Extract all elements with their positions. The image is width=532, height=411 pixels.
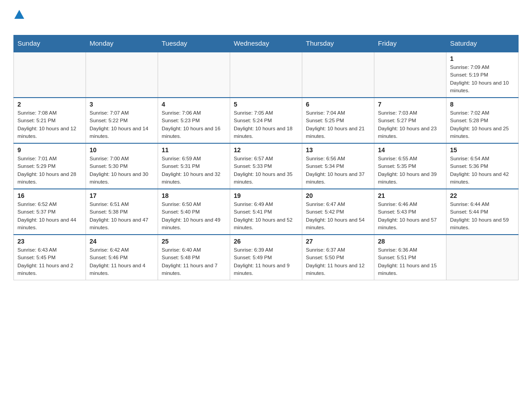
day-number: 19	[234, 192, 298, 199]
day-cell: 26Sunrise: 6:39 AMSunset: 5:49 PMDayligh…	[230, 235, 302, 280]
week-row-1: 1Sunrise: 7:09 AMSunset: 5:19 PMDaylight…	[14, 52, 519, 98]
day-cell: 5Sunrise: 7:05 AMSunset: 5:24 PMDaylight…	[230, 98, 302, 143]
day-info: Sunrise: 6:54 AMSunset: 5:36 PMDaylight:…	[450, 155, 515, 186]
day-info: Sunrise: 6:44 AMSunset: 5:44 PMDaylight:…	[450, 201, 515, 231]
week-row-5: 23Sunrise: 6:43 AMSunset: 5:45 PMDayligh…	[14, 235, 519, 280]
day-info: Sunrise: 6:51 AMSunset: 5:38 PMDaylight:…	[90, 201, 154, 231]
day-info: Sunrise: 7:03 AMSunset: 5:27 PMDaylight:…	[378, 109, 442, 140]
weekday-header-friday: Friday	[374, 35, 446, 52]
day-number: 15	[450, 146, 515, 154]
day-info: Sunrise: 6:43 AMSunset: 5:45 PMDaylight:…	[17, 246, 82, 277]
day-number: 6	[306, 101, 370, 108]
day-cell: 22Sunrise: 6:44 AMSunset: 5:44 PMDayligh…	[446, 189, 519, 235]
day-cell	[374, 52, 446, 98]
day-cell: 25Sunrise: 6:40 AMSunset: 5:48 PMDayligh…	[158, 235, 230, 280]
week-row-3: 9Sunrise: 7:01 AMSunset: 5:29 PMDaylight…	[14, 143, 519, 189]
day-number: 28	[378, 238, 442, 245]
day-cell: 1Sunrise: 7:09 AMSunset: 5:19 PMDaylight…	[446, 52, 519, 98]
day-number: 13	[306, 146, 370, 154]
day-cell: 19Sunrise: 6:49 AMSunset: 5:41 PMDayligh…	[230, 189, 302, 235]
day-cell	[302, 52, 374, 98]
day-info: Sunrise: 6:52 AMSunset: 5:37 PMDaylight:…	[17, 201, 82, 231]
weekday-header-monday: Monday	[86, 35, 158, 52]
day-cell: 12Sunrise: 6:57 AMSunset: 5:33 PMDayligh…	[230, 143, 302, 189]
week-row-4: 16Sunrise: 6:52 AMSunset: 5:37 PMDayligh…	[14, 189, 519, 235]
day-cell: 2Sunrise: 7:08 AMSunset: 5:21 PMDaylight…	[14, 98, 86, 143]
day-cell: 11Sunrise: 6:59 AMSunset: 5:31 PMDayligh…	[158, 143, 230, 189]
day-info: Sunrise: 6:49 AMSunset: 5:41 PMDaylight:…	[234, 201, 298, 231]
day-cell: 17Sunrise: 6:51 AMSunset: 5:38 PMDayligh…	[86, 189, 158, 235]
day-cell: 20Sunrise: 6:47 AMSunset: 5:42 PMDayligh…	[302, 189, 374, 235]
day-number: 10	[90, 146, 154, 154]
weekday-header-sunday: Sunday	[14, 35, 86, 52]
day-cell: 24Sunrise: 6:42 AMSunset: 5:46 PMDayligh…	[86, 235, 158, 280]
day-cell: 10Sunrise: 7:00 AMSunset: 5:30 PMDayligh…	[86, 143, 158, 189]
day-cell	[158, 52, 230, 98]
day-cell: 13Sunrise: 6:56 AMSunset: 5:34 PMDayligh…	[302, 143, 374, 189]
weekday-header-saturday: Saturday	[446, 35, 519, 52]
day-info: Sunrise: 7:08 AMSunset: 5:21 PMDaylight:…	[17, 109, 82, 140]
day-info: Sunrise: 7:07 AMSunset: 5:22 PMDaylight:…	[90, 109, 154, 140]
day-cell	[446, 235, 519, 280]
day-cell: 18Sunrise: 6:50 AMSunset: 5:40 PMDayligh…	[158, 189, 230, 235]
day-info: Sunrise: 6:50 AMSunset: 5:40 PMDaylight:…	[162, 201, 226, 231]
day-number: 4	[162, 101, 226, 108]
day-info: Sunrise: 6:55 AMSunset: 5:35 PMDaylight:…	[378, 155, 442, 186]
day-number: 21	[378, 192, 442, 199]
day-cell	[86, 52, 158, 98]
logo-arrow-icon	[14, 9, 24, 19]
day-number: 11	[162, 146, 226, 154]
day-info: Sunrise: 6:46 AMSunset: 5:43 PMDaylight:…	[378, 201, 442, 231]
day-number: 8	[450, 101, 515, 108]
day-info: Sunrise: 6:47 AMSunset: 5:42 PMDaylight:…	[306, 201, 370, 231]
week-row-2: 2Sunrise: 7:08 AMSunset: 5:21 PMDaylight…	[14, 98, 519, 143]
svg-marker-0	[14, 10, 24, 19]
day-cell: 7Sunrise: 7:03 AMSunset: 5:27 PMDaylight…	[374, 98, 446, 143]
day-number: 1	[450, 55, 515, 62]
day-number: 2	[17, 101, 82, 108]
day-info: Sunrise: 6:37 AMSunset: 5:50 PMDaylight:…	[306, 246, 370, 277]
day-cell: 14Sunrise: 6:55 AMSunset: 5:35 PMDayligh…	[374, 143, 446, 189]
day-cell: 8Sunrise: 7:02 AMSunset: 5:28 PMDaylight…	[446, 98, 519, 143]
day-info: Sunrise: 6:36 AMSunset: 5:51 PMDaylight:…	[378, 246, 442, 277]
day-cell: 3Sunrise: 7:07 AMSunset: 5:22 PMDaylight…	[86, 98, 158, 143]
day-info: Sunrise: 6:39 AMSunset: 5:49 PMDaylight:…	[234, 246, 298, 277]
day-info: Sunrise: 6:40 AMSunset: 5:48 PMDaylight:…	[162, 246, 226, 277]
day-cell: 15Sunrise: 6:54 AMSunset: 5:36 PMDayligh…	[446, 143, 519, 189]
day-cell: 27Sunrise: 6:37 AMSunset: 5:50 PMDayligh…	[302, 235, 374, 280]
day-info: Sunrise: 7:04 AMSunset: 5:25 PMDaylight:…	[306, 109, 370, 140]
weekday-header-row: SundayMondayTuesdayWednesdayThursdayFrid…	[14, 35, 519, 52]
weekday-header-wednesday: Wednesday	[230, 35, 302, 52]
day-number: 20	[306, 192, 370, 199]
day-number: 16	[17, 192, 82, 199]
day-cell: 16Sunrise: 6:52 AMSunset: 5:37 PMDayligh…	[14, 189, 86, 235]
day-info: Sunrise: 6:59 AMSunset: 5:31 PMDaylight:…	[162, 155, 226, 186]
day-number: 25	[162, 238, 226, 245]
day-number: 24	[90, 238, 154, 245]
day-cell: 9Sunrise: 7:01 AMSunset: 5:29 PMDaylight…	[14, 143, 86, 189]
day-cell: 23Sunrise: 6:43 AMSunset: 5:45 PMDayligh…	[14, 235, 86, 280]
weekday-header-thursday: Thursday	[302, 35, 374, 52]
day-number: 7	[378, 101, 442, 108]
day-cell: 21Sunrise: 6:46 AMSunset: 5:43 PMDayligh…	[374, 189, 446, 235]
day-info: Sunrise: 7:09 AMSunset: 5:19 PMDaylight:…	[450, 64, 515, 94]
day-cell	[14, 52, 86, 98]
day-number: 22	[450, 192, 515, 199]
day-info: Sunrise: 6:57 AMSunset: 5:33 PMDaylight:…	[234, 155, 298, 186]
weekday-header-tuesday: Tuesday	[158, 35, 230, 52]
day-info: Sunrise: 7:02 AMSunset: 5:28 PMDaylight:…	[450, 109, 515, 140]
day-number: 23	[17, 238, 82, 245]
day-number: 9	[17, 146, 82, 154]
day-info: Sunrise: 6:56 AMSunset: 5:34 PMDaylight:…	[306, 155, 370, 186]
day-number: 27	[306, 238, 370, 245]
day-number: 26	[234, 238, 298, 245]
day-number: 17	[90, 192, 154, 199]
day-cell: 28Sunrise: 6:36 AMSunset: 5:51 PMDayligh…	[374, 235, 446, 280]
day-info: Sunrise: 6:42 AMSunset: 5:46 PMDaylight:…	[90, 246, 154, 277]
day-info: Sunrise: 7:00 AMSunset: 5:30 PMDaylight:…	[90, 155, 154, 186]
day-number: 3	[90, 101, 154, 108]
page-header	[13, 9, 519, 30]
day-number: 14	[378, 146, 442, 154]
day-info: Sunrise: 7:05 AMSunset: 5:24 PMDaylight:…	[234, 109, 298, 140]
day-info: Sunrise: 7:06 AMSunset: 5:23 PMDaylight:…	[162, 109, 226, 140]
